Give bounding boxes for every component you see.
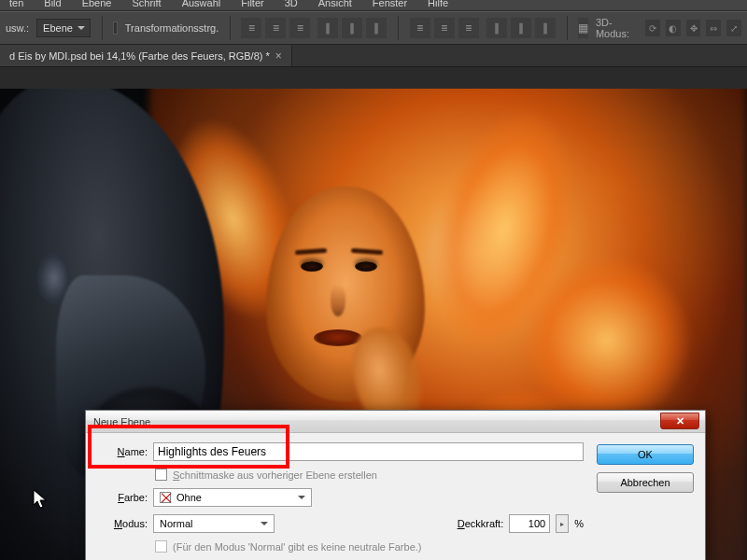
neutral-fill-label: (Für den Modus 'Normal' gibt es keine ne… — [173, 541, 422, 553]
document-tab-title: d Eis by MDI.psd bei 14,1% (Farbe des Fe… — [9, 50, 270, 62]
layer-name-input[interactable] — [153, 442, 584, 461]
none-swatch-icon — [160, 492, 171, 503]
close-tab-icon[interactable]: × — [275, 49, 282, 63]
dialog-close-button[interactable]: ✕ — [660, 413, 699, 429]
opacity-suffix: % — [574, 518, 584, 529]
auto-align-icon[interactable]: ▦ — [578, 18, 588, 38]
distribute-right-icon[interactable]: ∥ — [535, 18, 556, 38]
menu-item[interactable]: Schrift — [132, 0, 161, 8]
neutral-fill-checkbox — [155, 540, 167, 553]
mode-label: Modus: — [97, 518, 148, 529]
opacity-input[interactable]: 100 — [509, 514, 550, 533]
blend-mode-dropdown[interactable]: Normal — [153, 514, 275, 533]
align-bottom-icon[interactable]: ≡ — [289, 18, 310, 38]
menu-item[interactable]: Fenster — [373, 0, 407, 8]
dialog-titlebar[interactable]: Neue Ebene ✕ — [86, 411, 705, 433]
align-right-icon[interactable]: ∥ — [366, 18, 387, 38]
align-hcenter-icon[interactable]: ∥ — [342, 18, 362, 38]
close-icon: ✕ — [676, 415, 684, 427]
menu-item[interactable]: Filter — [241, 0, 263, 8]
distribute-top-icon[interactable]: ≡ — [410, 18, 430, 38]
main-menubar[interactable]: ten Bild Ebene Schrift Auswahl Filter 3D… — [0, 0, 747, 11]
clip-mask-label: Schnittmaske aus vorheriger Ebene erstel… — [173, 469, 377, 481]
menu-item[interactable]: Ebene — [82, 0, 112, 8]
menu-item[interactable]: ten — [9, 0, 23, 8]
distribute-icons-group: ≡ ≡ ≡ — [410, 18, 479, 38]
distribute-hcenter-icon[interactable]: ∥ — [511, 18, 531, 38]
transform-controls-label: Transformationsstrg. — [125, 22, 218, 34]
name-label: Name: — [97, 446, 148, 457]
menu-item[interactable]: 3D — [285, 0, 298, 8]
new-layer-dialog: Neue Ebene ✕ Name: Schnittmaske aus vorh… — [85, 410, 706, 560]
3d-slide-icon[interactable]: ⇔ — [706, 20, 721, 36]
autoselect-label: usw.: — [6, 22, 29, 34]
ok-button[interactable]: OK — [597, 444, 694, 465]
menu-item[interactable]: Bild — [44, 0, 61, 8]
3d-mode-label: 3D-Modus: — [596, 17, 640, 39]
distribute-left-icon[interactable]: ∥ — [486, 18, 507, 38]
color-label: Farbe: — [97, 492, 148, 503]
document-tab[interactable]: d Eis by MDI.psd bei 14,1% (Farbe des Fe… — [0, 45, 292, 66]
document-tab-bar: d Eis by MDI.psd bei 14,1% (Farbe des Fe… — [0, 45, 747, 67]
align-h-icons-group: ∥ ∥ ∥ — [317, 18, 387, 38]
3d-roll-icon[interactable]: ◐ — [666, 20, 681, 36]
menu-item[interactable]: Auswahl — [182, 0, 221, 8]
color-dropdown[interactable]: Ohne — [153, 488, 312, 507]
color-value: Ohne — [176, 492, 202, 503]
workspace: Neue Ebene ✕ Name: Schnittmaske aus vorh… — [0, 67, 747, 560]
mode-value: Normal — [160, 518, 192, 529]
3d-rotate-icon[interactable]: ⟳ — [645, 20, 660, 36]
3d-scale-icon[interactable]: ⤢ — [726, 20, 741, 36]
align-left-icon[interactable]: ∥ — [317, 18, 338, 38]
3d-pan-icon[interactable]: ✥ — [686, 20, 701, 36]
align-vcenter-icon[interactable]: ≡ — [265, 18, 286, 38]
menu-item[interactable]: Hilfe — [428, 0, 448, 8]
align-icons-group: ≡ ≡ ≡ — [241, 18, 310, 38]
dialog-title-text: Neue Ebene — [93, 416, 150, 427]
align-top-icon[interactable]: ≡ — [241, 18, 261, 38]
clip-mask-checkbox[interactable] — [155, 469, 167, 481]
distribute-h-icons-group: ∥ ∥ ∥ — [486, 18, 556, 38]
menu-item[interactable]: Ansicht — [318, 0, 352, 8]
cancel-button[interactable]: Abbrechen — [597, 472, 694, 493]
autoselect-dropdown[interactable]: Ebene — [36, 19, 91, 37]
distribute-bottom-icon[interactable]: ≡ — [458, 18, 479, 38]
opacity-label: Deckkraft: — [458, 518, 504, 529]
opacity-stepper[interactable]: ▸ — [556, 514, 569, 533]
distribute-vcenter-icon[interactable]: ≡ — [434, 18, 455, 38]
transform-controls-checkbox[interactable] — [113, 21, 118, 35]
options-bar: usw.: Ebene Transformationsstrg. ≡ ≡ ≡ ∥… — [0, 11, 747, 45]
